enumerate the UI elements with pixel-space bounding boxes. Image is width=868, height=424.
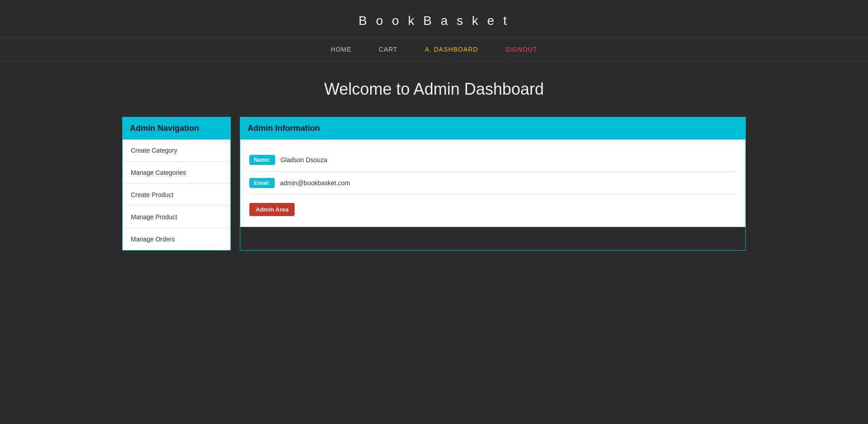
nav-signout[interactable]: SIGNOUT	[505, 46, 537, 53]
site-header: B o o k B a s k e t	[0, 0, 868, 37]
email-row: Email: admin@bookbasket.com	[249, 172, 736, 195]
info-panel-header: Admin Information	[240, 117, 745, 140]
admin-area-row: Admin Area	[249, 195, 736, 218]
sidebar-item-manage-product[interactable]: Manage Product	[123, 206, 230, 228]
sidebar-item-create-category[interactable]: Create Category	[123, 140, 230, 162]
sidebar-header: Admin Navigation	[123, 117, 230, 140]
sidebar-item-create-product[interactable]: Create Product	[123, 184, 230, 206]
nav-cart[interactable]: CART	[379, 46, 398, 53]
sidebar-item-manage-orders[interactable]: Manage Orders	[123, 228, 230, 250]
email-badge: Email:	[249, 178, 275, 188]
name-row: Name: Gladson Dsouza	[249, 149, 736, 172]
sidebar-nav: Create Category Manage Categories Create…	[123, 140, 230, 250]
admin-info-panel: Admin Information Name: Gladson Dsouza E…	[240, 117, 746, 251]
name-badge: Name:	[249, 155, 275, 165]
info-panel-body: Name: Gladson Dsouza Email: admin@bookba…	[240, 140, 745, 227]
nav-dashboard[interactable]: A. DASHBOARD	[425, 46, 478, 53]
name-value: Gladson Dsouza	[281, 156, 328, 164]
admin-area-button[interactable]: Admin Area	[249, 203, 295, 216]
site-title: B o o k B a s k e t	[0, 14, 868, 28]
main-nav: HOME CART A. DASHBOARD SIGNOUT	[0, 37, 868, 62]
page-title: Welcome to Admin Dashboard	[0, 80, 868, 99]
email-value: admin@bookbasket.com	[280, 179, 350, 187]
main-content: Admin Navigation Create Category Manage …	[0, 117, 868, 251]
admin-sidebar: Admin Navigation Create Category Manage …	[122, 117, 231, 251]
nav-home[interactable]: HOME	[331, 46, 352, 53]
sidebar-item-manage-categories[interactable]: Manage Categories	[123, 162, 230, 184]
